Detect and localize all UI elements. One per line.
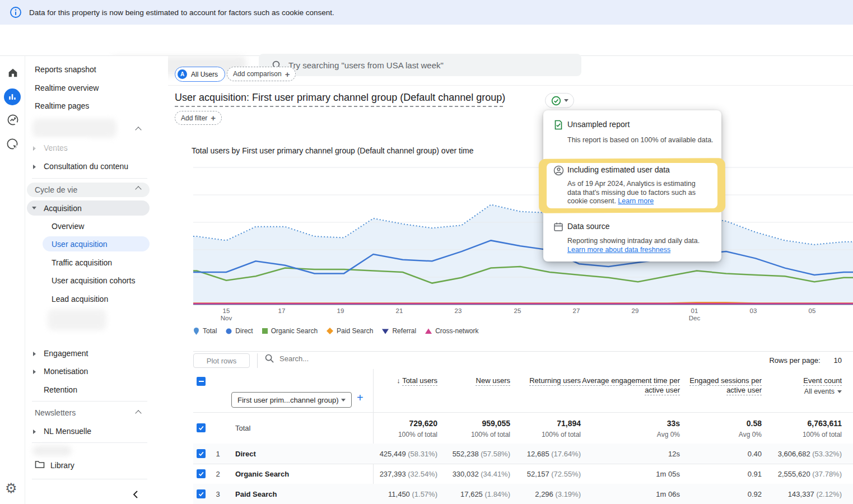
plus-icon: +	[285, 69, 290, 79]
timeseries-chart[interactable]	[193, 157, 853, 308]
cell-engaged-sessions: 0.92	[680, 490, 762, 498]
channel-name[interactable]: Organic Search	[235, 470, 289, 478]
toolbar-divider	[257, 353, 258, 368]
all-users-segment-chip[interactable]: A All Users	[175, 67, 225, 82]
triangle-up-marker-icon	[425, 328, 432, 334]
row-checkbox[interactable]	[197, 423, 206, 432]
totals-new-users: 959,055100% of total	[437, 419, 510, 438]
sidebar-item-consultation-du-contenu[interactable]: Consultation du contenu	[44, 162, 128, 171]
row-checkbox[interactable]	[197, 469, 206, 478]
sidebar-item-realtime-pages[interactable]: Realtime pages	[35, 101, 89, 110]
estimation-banner: Data for this property is now being esti…	[0, 0, 853, 25]
person-circle-icon	[553, 165, 564, 176]
sidebar-item-nl-mensuelle[interactable]: NL Mensuelle	[44, 427, 91, 436]
column-header-event-count[interactable]: Event count All events	[762, 376, 842, 396]
learn-more-link[interactable]: Learn more	[618, 197, 654, 205]
legend-item-cross-network[interactable]: Cross-network	[425, 327, 478, 335]
sidebar-item-user-acquisition[interactable]: User acquisition	[52, 240, 108, 249]
reports-icon[interactable]	[4, 88, 21, 105]
totals-engaged-sessions: 0.58Avg 0%	[680, 419, 762, 438]
search-icon	[265, 354, 274, 363]
totals-label: Total	[235, 424, 250, 432]
expand-arrow-icon[interactable]	[33, 430, 36, 434]
segment-avatar: A	[178, 69, 187, 79]
nav-divider	[32, 442, 147, 443]
sidebar-item-lead-acquisition[interactable]: Lead acquisition	[52, 295, 108, 304]
sidebar-item-realtime-overview[interactable]: Realtime overview	[35, 83, 99, 92]
column-header-new-users[interactable]: New users	[437, 376, 510, 385]
column-header-total-users[interactable]: ↓ Total users	[373, 376, 437, 385]
popup-section-title: Data source	[567, 222, 609, 231]
advertising-icon[interactable]	[0, 137, 25, 152]
diamond-marker-icon	[327, 328, 333, 334]
sidebar-header-newsletters[interactable]: Newsletters	[35, 408, 76, 417]
add-filter-button[interactable]: Add filter+	[175, 111, 222, 125]
explore-icon[interactable]	[0, 113, 25, 127]
rows-per-page[interactable]: Rows per page: 10	[769, 356, 842, 365]
admin-gear-icon[interactable]: ⚙	[5, 480, 17, 496]
dimension-dropdown[interactable]: First user prim...channel group)	[231, 392, 352, 408]
expand-arrow-icon[interactable]	[33, 165, 36, 169]
chevron-up-icon[interactable]	[135, 410, 141, 416]
event-filter-dropdown[interactable]: All events	[804, 387, 842, 396]
report-quality-badge[interactable]	[545, 93, 574, 108]
nav-divider	[32, 479, 147, 479]
chevron-down-icon	[837, 390, 842, 393]
cell-total-users: 425,449 (58.31%)	[373, 450, 437, 458]
cell-engaged-sessions: 0.91	[680, 470, 762, 478]
cell-new-users: 552,238 (57.58%)	[437, 450, 510, 458]
totals-event-count: 6,763,611100% of total	[762, 419, 842, 438]
redacted-collection-header[interactable]	[32, 119, 116, 138]
column-header-avg-engagement[interactable]: Average engagement time per active user	[581, 376, 680, 395]
sidebar-header-cycle-de-vie[interactable]: Cycle de vie	[35, 185, 77, 194]
x-tick: 25	[514, 307, 521, 315]
sidebar-item-overview[interactable]: Overview	[52, 222, 84, 231]
cell-avg-engagement: 12s	[581, 450, 680, 458]
global-search-input[interactable]	[288, 60, 557, 70]
sidebar-item-engagement[interactable]: Engagement	[44, 349, 88, 358]
plot-rows-button[interactable]: Plot rows	[193, 353, 250, 368]
sidebar-item-reports-snapshot[interactable]: Reports snapshot	[35, 65, 96, 74]
chevron-up-icon[interactable]	[135, 127, 141, 133]
channel-name[interactable]: Paid Search	[235, 490, 277, 498]
legend-item-referral[interactable]: Referral	[382, 327, 416, 335]
ga4-app: Data for this property is now being esti…	[0, 0, 853, 504]
collapse-arrow-icon[interactable]	[32, 207, 36, 209]
add-dimension-button[interactable]: +	[357, 391, 363, 404]
sidebar-item-monetisation[interactable]: Monetisation	[44, 367, 88, 376]
row-checkbox[interactable]	[197, 449, 206, 458]
row-checkbox[interactable]	[197, 489, 206, 498]
sidebar-item-acquisition[interactable]: Acquisition	[44, 204, 82, 213]
pin-marker-icon	[193, 328, 199, 335]
expand-arrow-icon[interactable]	[33, 370, 36, 374]
column-header-engaged-sessions[interactable]: Engaged sessions per active user	[680, 376, 762, 395]
sidebar-item-user-acquisition-cohorts[interactable]: User acquisition cohorts	[52, 276, 135, 285]
x-tick: 15Nov	[221, 307, 232, 322]
section-divider	[168, 85, 853, 86]
legend-item-direct[interactable]: Direct	[226, 327, 253, 335]
popup-section-title: Unsampled report	[567, 120, 630, 129]
home-icon[interactable]	[0, 67, 25, 79]
sidebar-item-traffic-acquisition[interactable]: Traffic acquisition	[52, 258, 112, 267]
rows-per-page-value[interactable]: 10	[834, 356, 842, 365]
legend-item-paid-search[interactable]: Paid Search	[327, 327, 373, 335]
sidebar-item-retention[interactable]: Retention	[44, 385, 77, 394]
x-tick: 27	[573, 307, 580, 315]
expand-arrow-icon[interactable]	[33, 352, 36, 356]
table-search[interactable]	[265, 354, 448, 363]
legend-item-organic-search[interactable]: Organic Search	[262, 327, 318, 335]
add-comparison-button[interactable]: Add comparison+	[227, 67, 296, 81]
channel-name[interactable]: Direct	[235, 450, 256, 458]
legend-item-total[interactable]: Total	[193, 327, 217, 335]
channels-table: Plot rows Rows per page: 10 First user p…	[193, 351, 853, 504]
data-freshness-link[interactable]: Learn more about data freshness	[567, 246, 670, 254]
sidebar-item-library[interactable]: Library	[50, 461, 74, 470]
sort-descending-icon: ↓	[397, 376, 400, 385]
table-search-input[interactable]	[279, 354, 448, 363]
select-all-checkbox[interactable]	[197, 377, 206, 386]
global-search[interactable]	[259, 54, 581, 76]
collapse-sidebar-icon[interactable]	[132, 490, 139, 499]
column-header-returning-users[interactable]: Returning users	[510, 376, 581, 385]
chart-legend: Total Direct Organic Search Paid Search …	[193, 327, 479, 335]
check-circle-icon	[551, 96, 561, 106]
